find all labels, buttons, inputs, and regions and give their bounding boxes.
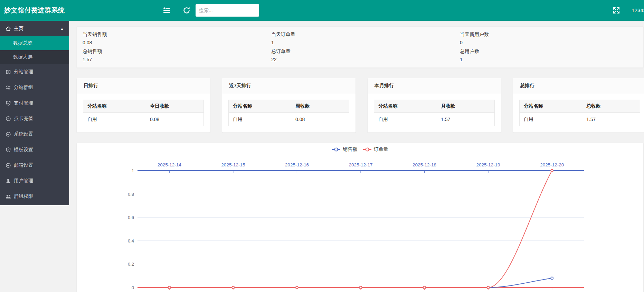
- circle-check-icon: [6, 163, 11, 168]
- card-title: 日排行: [77, 78, 210, 93]
- legend-item-sales[interactable]: 销售额: [332, 146, 357, 153]
- top-date-label: 2025-12-19: [476, 162, 500, 167]
- stat-label: 总订单量: [271, 48, 449, 55]
- stat-total-orders: 总订单量 22: [266, 47, 454, 64]
- stat-label: 当天订单量: [271, 31, 449, 38]
- card-title: 近7天排行: [222, 78, 356, 93]
- user-icon: [6, 178, 11, 184]
- chevron-up-icon: ▲: [60, 27, 64, 30]
- column-header: 月收款: [437, 100, 495, 113]
- stat-label: 总用户数: [460, 48, 637, 55]
- column-header: 分站名称: [83, 100, 146, 113]
- card-title: 本月排行: [368, 78, 501, 93]
- sidebar-item-user-manage[interactable]: 用户管理: [0, 173, 69, 189]
- legend-item-orders[interactable]: 订单量: [363, 146, 388, 153]
- stat-value: 22: [271, 57, 449, 62]
- table-row: 自用 1.57: [520, 113, 640, 126]
- sidebar-item-label: 用户管理: [14, 178, 33, 184]
- data-point-marker: [551, 170, 553, 172]
- circle-check-icon: [6, 116, 11, 121]
- column-header: 分站名称: [374, 100, 437, 113]
- stat-total-users: 总用户数 1: [454, 47, 643, 64]
- users-icon: [6, 194, 11, 199]
- top-date-label: 2025-12-15: [221, 162, 245, 167]
- sidebar-item-label: 点卡充值: [14, 116, 33, 122]
- sidebar-item-system-settings[interactable]: 系统设置: [0, 126, 69, 142]
- table-header-row: 分站名称 总收款: [520, 100, 640, 113]
- sidebar-item-data-overview[interactable]: 数据总览: [0, 36, 69, 50]
- sidebar-item-mail-settings[interactable]: 邮箱设置: [0, 157, 69, 173]
- cell-site-name: 自用: [229, 113, 291, 126]
- top-date-label: 2025-12-16: [285, 162, 309, 167]
- column-header: 总收款: [582, 100, 640, 113]
- home-icon: [6, 26, 11, 31]
- top-date-label: 2025-12-17: [349, 162, 372, 167]
- table-row: 自用 1.57: [374, 113, 495, 126]
- card-title: 总排行: [513, 78, 644, 93]
- shield-check-icon: [6, 100, 11, 106]
- table-header-row: 分站名称 周收款: [229, 100, 349, 113]
- table-row: 自用 0.08: [229, 113, 349, 126]
- sidebar-item-label: 群组权限: [14, 193, 33, 200]
- y-axis-label: 0.8: [128, 192, 134, 197]
- top-header: 妙文馆付费进群系统 12345: [0, 0, 644, 21]
- sidebar-item-data-screen[interactable]: 数据大屏: [0, 50, 69, 64]
- sidebar-item-label: 数据总览: [13, 40, 32, 46]
- user-id[interactable]: 12345: [632, 0, 644, 21]
- data-point-marker: [423, 286, 426, 289]
- collapse-sidebar-icon[interactable]: [162, 6, 171, 15]
- cell-amount: 1.57: [437, 113, 495, 126]
- columns-icon: [6, 69, 11, 75]
- chart-legend: 销售额 订单量: [77, 146, 643, 153]
- series-line-订单量: [169, 171, 552, 288]
- cell-amount: 0.08: [146, 113, 204, 126]
- y-axis-label: 0.6: [128, 215, 134, 220]
- sidebar-item-substation-groups[interactable]: 分站群组: [0, 80, 69, 95]
- data-point-marker: [551, 277, 553, 280]
- sales-orders-line-chart: 00.20.40.60.812025-12-142025-12-152025-1…: [77, 143, 643, 292]
- top-date-label: 2025-12-14: [158, 162, 182, 167]
- stat-value: 1: [271, 40, 449, 45]
- top-date-label: 2025-12-20: [540, 162, 564, 167]
- sidebar-item-home[interactable]: 主页 ▲: [0, 21, 69, 36]
- sidebar-item-label: 主页: [14, 26, 23, 32]
- stat-value: 1: [460, 57, 637, 62]
- sidebar-item-substation-manage[interactable]: 分站管理: [0, 64, 69, 80]
- app-title: 妙文馆付费进群系统: [4, 0, 65, 21]
- y-axis-label: 1: [132, 168, 134, 173]
- search-input[interactable]: [196, 4, 259, 17]
- sidebar-item-template-settings[interactable]: 模板设置: [0, 142, 69, 157]
- cell-site-name: 自用: [374, 113, 437, 126]
- legend-label: 订单量: [374, 146, 388, 153]
- refresh-icon[interactable]: [182, 6, 191, 15]
- data-point-marker: [168, 286, 171, 289]
- cell-site-name: 自用: [520, 113, 582, 126]
- sidebar-item-label: 分站管理: [14, 69, 33, 75]
- sidebar-item-group-permissions[interactable]: 群组权限: [0, 189, 69, 204]
- stat-total-sales: 总销售额 1.57: [77, 47, 266, 64]
- home-submenu: 数据总览 数据大屏: [0, 36, 69, 64]
- legend-label: 销售额: [343, 146, 357, 153]
- stat-label: 当天新用户数: [460, 31, 637, 38]
- sidebar-item-card-recharge[interactable]: 点卡充值: [0, 111, 69, 126]
- stat-label: 总销售额: [83, 48, 260, 55]
- week-rank-card: 近7天排行 分站名称 周收款 自用 0.08: [222, 78, 356, 133]
- column-header: 今日收款: [146, 100, 204, 113]
- table-row: 自用 0.08: [83, 113, 204, 126]
- stat-value: 0: [460, 40, 637, 45]
- data-point-marker: [360, 286, 362, 289]
- sidebar-item-payment-manage[interactable]: 支付管理: [0, 95, 69, 111]
- fullscreen-icon[interactable]: [612, 6, 621, 15]
- y-axis-label: 0: [132, 285, 134, 290]
- data-point-marker: [232, 286, 234, 289]
- sidebar-item-label: 分站群组: [14, 84, 33, 91]
- stat-today-new-users: 当天新用户数 0: [454, 30, 643, 47]
- main-content: 当天销售额 0.08 当天订单量 1 当天新用户数 0 总销售额 1.57 总订…: [69, 21, 644, 292]
- legend-line-circle-icon: [332, 147, 341, 152]
- month-rank-table: 分站名称 月收款 自用 1.57: [374, 100, 495, 126]
- column-header: 分站名称: [520, 100, 582, 113]
- stat-value: 1.57: [83, 57, 260, 62]
- sidebar-nav: 主页 ▲ 数据总览 数据大屏 分站管理 分站群组 支付管理 点卡充值: [0, 21, 69, 205]
- sliders-icon: [6, 85, 11, 90]
- total-rank-table: 分站名称 总收款 自用 1.57: [519, 100, 640, 126]
